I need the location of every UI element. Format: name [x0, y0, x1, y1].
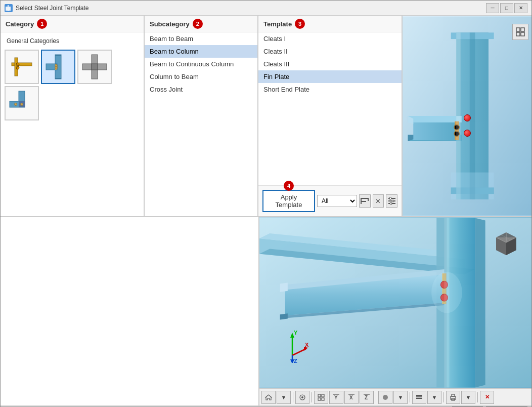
vp-fit-y-btn[interactable]: Y: [329, 391, 343, 404]
vp-shade-dropdown[interactable]: ▼: [393, 391, 408, 404]
svg-rect-26: [368, 198, 369, 201]
svg-text:Y: Y: [334, 395, 338, 400]
vp-layer-btn[interactable]: [412, 391, 426, 404]
preview-panel-top: [403, 16, 531, 216]
vp-dropdown-btn[interactable]: ▼: [277, 391, 291, 404]
svg-marker-65: [280, 283, 288, 292]
title-bar: Select Steel Joint Template ─ □ ✕: [1, 1, 531, 16]
svg-text:Z: Z: [365, 395, 368, 400]
vp-print-dropdown[interactable]: ▼: [461, 391, 475, 404]
apply-template-button[interactable]: Apply Template: [262, 190, 315, 212]
svg-rect-108: [452, 394, 455, 396]
vp-fit-x-btn[interactable]: X: [344, 391, 359, 404]
vp-print-btn[interactable]: [446, 391, 460, 404]
svg-text:Y: Y: [294, 330, 298, 336]
bottom-right-panel: Y X Z: [259, 217, 531, 405]
vp-close-btn[interactable]: ✕: [480, 391, 494, 404]
vp-sep-2: [312, 392, 312, 402]
vp-view-btn[interactable]: [295, 391, 309, 404]
maximize-button[interactable]: □: [500, 3, 513, 13]
svg-text:X: X: [305, 342, 309, 348]
svg-text:X: X: [349, 395, 353, 400]
ok-button[interactable]: OK: [452, 406, 483, 406]
svg-rect-27: [361, 201, 366, 202]
dialog-buttons: OK Cancel: [452, 406, 527, 406]
cancel-button[interactable]: Cancel: [486, 406, 527, 406]
svg-rect-41: [408, 116, 462, 123]
template-actions: 4 Apply Template All Standard Custom: [258, 185, 402, 216]
template-badge: 3: [295, 19, 305, 29]
subcategory-item-beam-to-beam[interactable]: Beam to Beam: [145, 32, 257, 45]
subcategory-item-cross-joint[interactable]: Cross Joint: [145, 83, 257, 96]
category-icons: [5, 50, 140, 120]
svg-rect-95: [318, 398, 321, 400]
preview-options-btn[interactable]: [512, 24, 528, 40]
svg-marker-66: [280, 313, 288, 319]
main-window: Select Steel Joint Template ─ □ ✕ Catego…: [0, 0, 532, 407]
svg-rect-53: [516, 32, 520, 36]
category-header: Category 1: [1, 16, 144, 32]
template-item-cleats-1[interactable]: Cleats I: [258, 32, 402, 45]
category-icon-3[interactable]: [77, 50, 112, 84]
top-panels: Category 1 General Categories: [1, 16, 531, 217]
category-icon-4[interactable]: [5, 86, 39, 120]
template-item-cleats-2[interactable]: Cleats II: [258, 45, 402, 58]
subcategory-item-beam-to-column[interactable]: Beam to Column: [145, 45, 257, 58]
template-item-cleats-3[interactable]: Cleats III: [258, 58, 402, 70]
svg-text:Z: Z: [294, 358, 297, 363]
vp-sep-1: [293, 392, 293, 402]
settings-filter-btn[interactable]: [386, 194, 397, 208]
vp-fit-btn[interactable]: [314, 391, 328, 404]
subcategory-title: Subcategory: [150, 20, 190, 28]
bolt-dot-1: [464, 114, 471, 121]
svg-line-75: [292, 349, 306, 355]
close-button[interactable]: ✕: [514, 3, 527, 13]
template-item-short-end-plate[interactable]: Short End Plate: [258, 83, 402, 96]
bolt-dot-2: [464, 130, 471, 137]
main-content: Category 1 General Categories: [1, 16, 531, 406]
window-title: Select Steel Joint Template: [16, 5, 89, 12]
subcategory-list: Beam to Beam Beam to Column Beam to Cont…: [145, 32, 257, 216]
svg-point-22: [15, 103, 17, 106]
filter-icon-btn[interactable]: [359, 194, 371, 208]
bottom-left-panel: [1, 217, 259, 405]
svg-rect-93: [318, 394, 321, 397]
filter-select[interactable]: All Standard Custom: [317, 195, 357, 207]
svg-rect-105: [416, 396, 422, 397]
svg-marker-61: [475, 218, 485, 388]
vp-sep-3: [376, 392, 376, 402]
category-icon-1[interactable]: [5, 50, 39, 84]
svg-rect-104: [416, 398, 422, 399]
vp-sep-4: [410, 392, 410, 402]
category-content: General Categories: [1, 32, 144, 216]
subcategory-item-beam-continuous[interactable]: Beam to Continuous Column: [145, 58, 257, 70]
vp-home-btn[interactable]: [261, 391, 276, 404]
template-title: Template: [263, 20, 292, 28]
axis-indicator: Y X Z: [275, 328, 310, 363]
category-icon-2[interactable]: [41, 50, 75, 84]
vp-fit-z-btn[interactable]: Z: [360, 391, 374, 404]
svg-rect-2: [9, 7, 11, 11]
subcategory-header: Subcategory 2: [145, 16, 257, 32]
general-categories-label: General Categories: [5, 36, 140, 46]
svg-point-8: [16, 66, 19, 69]
vp-sep-5: [444, 392, 444, 402]
subcategory-item-column-to-beam[interactable]: Column to Beam: [145, 70, 257, 83]
svg-point-71: [431, 272, 462, 313]
category-title: Category: [6, 20, 34, 28]
vp-shade-btn[interactable]: [378, 391, 392, 404]
minimize-button[interactable]: ─: [486, 3, 499, 13]
svg-rect-52: [521, 28, 524, 31]
clear-filter-btn[interactable]: ✕: [373, 194, 384, 208]
vp-layer-dropdown[interactable]: ▼: [427, 391, 441, 404]
category-panel: Category 1 General Categories: [1, 16, 145, 216]
template-header: Template 3: [258, 16, 402, 32]
svg-rect-24: [361, 198, 368, 199]
svg-point-15: [55, 67, 58, 69]
svg-point-31: [389, 197, 391, 199]
bottom-panels: Y X Z: [1, 217, 531, 405]
template-item-fin-plate[interactable]: Fin Plate: [258, 70, 402, 83]
cube-navigator[interactable]: [491, 227, 521, 258]
svg-rect-96: [322, 398, 324, 400]
vp-sep-6: [477, 392, 478, 402]
